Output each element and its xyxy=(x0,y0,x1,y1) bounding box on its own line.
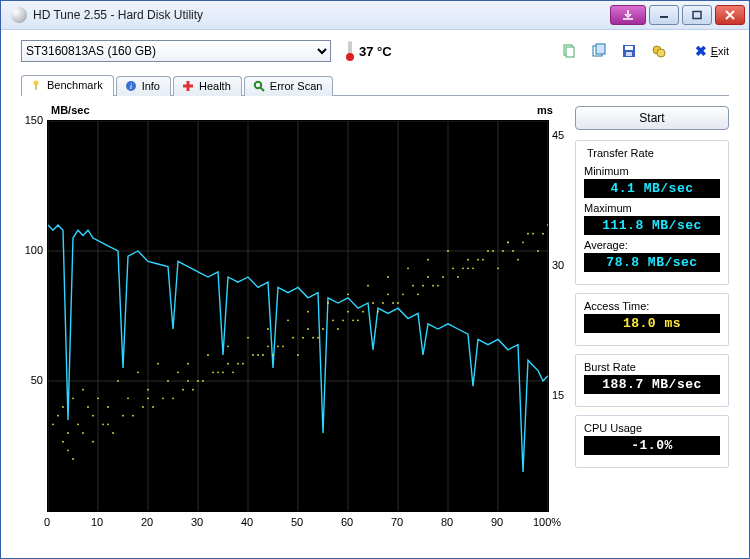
svg-point-96 xyxy=(242,363,244,365)
svg-point-38 xyxy=(82,389,84,391)
avg-label: Average: xyxy=(584,239,720,251)
svg-point-63 xyxy=(317,337,319,339)
svg-point-121 xyxy=(432,285,434,287)
exit-button[interactable]: ✖ Exit xyxy=(695,43,729,59)
exit-label: xit xyxy=(718,45,729,57)
svg-point-34 xyxy=(62,406,64,408)
tab-benchmark[interactable]: Benchmark xyxy=(21,75,114,96)
health-icon xyxy=(182,80,194,92)
svg-point-145 xyxy=(452,267,454,269)
svg-point-128 xyxy=(227,363,229,365)
copy-screenshot-button[interactable] xyxy=(587,40,611,62)
options-button[interactable] xyxy=(647,40,671,62)
tab-info[interactable]: i Info xyxy=(116,76,171,96)
svg-point-122 xyxy=(472,267,474,269)
svg-rect-15 xyxy=(183,85,193,88)
svg-point-129 xyxy=(267,345,269,347)
svg-point-65 xyxy=(337,328,339,330)
svg-point-126 xyxy=(147,397,149,399)
start-button[interactable]: Start xyxy=(575,106,729,130)
svg-point-83 xyxy=(517,259,519,261)
save-button[interactable] xyxy=(617,40,641,62)
svg-point-10 xyxy=(34,81,39,86)
svg-point-58 xyxy=(267,328,269,330)
svg-point-120 xyxy=(392,302,394,304)
svg-point-147 xyxy=(532,233,534,235)
svg-point-50 xyxy=(187,363,189,365)
min-value: 4.1 MB/sec xyxy=(584,179,720,198)
svg-point-132 xyxy=(387,293,389,295)
svg-point-89 xyxy=(102,423,104,425)
svg-point-146 xyxy=(492,250,494,252)
svg-point-86 xyxy=(547,224,548,226)
exit-icon: ✖ xyxy=(695,43,707,59)
transfer-rate-group: Transfer Rate Minimum 4.1 MB/sec Maximum… xyxy=(575,140,729,285)
svg-point-92 xyxy=(162,397,164,399)
svg-point-108 xyxy=(482,259,484,261)
svg-point-141 xyxy=(292,337,294,339)
svg-point-85 xyxy=(537,250,539,252)
benchmark-icon xyxy=(30,79,42,91)
maximize-button[interactable] xyxy=(682,5,712,25)
svg-point-110 xyxy=(522,241,524,243)
svg-point-138 xyxy=(172,397,174,399)
svg-point-32 xyxy=(52,423,54,425)
close-button[interactable] xyxy=(715,5,745,25)
temperature-value: 37 °C xyxy=(359,44,392,59)
svg-point-142 xyxy=(332,319,334,321)
thermometer-icon xyxy=(345,41,355,61)
svg-point-112 xyxy=(72,458,74,460)
svg-point-99 xyxy=(302,337,304,339)
svg-point-98 xyxy=(282,345,284,347)
group-title: Transfer Rate xyxy=(584,147,657,159)
svg-point-43 xyxy=(117,380,119,382)
svg-point-127 xyxy=(187,380,189,382)
copy-info-button[interactable] xyxy=(557,40,581,62)
svg-point-66 xyxy=(347,293,349,295)
tab-health[interactable]: Health xyxy=(173,76,242,96)
svg-point-73 xyxy=(417,293,419,295)
tab-label: Info xyxy=(142,80,160,92)
svg-rect-0 xyxy=(693,12,701,19)
temperature-display: 37 °C xyxy=(345,41,392,61)
svg-point-80 xyxy=(487,250,489,252)
app-icon xyxy=(11,7,27,23)
svg-point-97 xyxy=(262,354,264,356)
svg-point-136 xyxy=(92,441,94,443)
svg-point-44 xyxy=(127,397,129,399)
svg-rect-7 xyxy=(626,52,632,56)
download-button[interactable] xyxy=(610,5,646,25)
svg-point-93 xyxy=(182,389,184,391)
svg-point-101 xyxy=(342,319,344,321)
svg-point-55 xyxy=(237,363,239,365)
tab-label: Error Scan xyxy=(270,80,323,92)
svg-point-9 xyxy=(657,49,665,57)
svg-point-67 xyxy=(357,319,359,321)
svg-point-109 xyxy=(502,250,504,252)
svg-point-139 xyxy=(212,371,214,373)
y-left-label: MB/sec xyxy=(51,104,90,116)
toolbar: ST3160813AS (160 GB) 37 °C ✖ Exit xyxy=(1,30,749,70)
svg-point-36 xyxy=(72,397,74,399)
svg-point-53 xyxy=(217,371,219,373)
benchmark-chart: MB/sec ms 153045 0102030405060708090100%… xyxy=(21,106,561,512)
drive-select[interactable]: ST3160813AS (160 GB) xyxy=(21,40,331,62)
svg-point-75 xyxy=(437,285,439,287)
svg-point-119 xyxy=(352,319,354,321)
svg-point-69 xyxy=(377,311,379,313)
svg-point-144 xyxy=(412,285,414,287)
svg-point-123 xyxy=(512,250,514,252)
tab-label: Benchmark xyxy=(47,79,103,91)
svg-point-88 xyxy=(82,432,84,434)
svg-point-52 xyxy=(207,354,209,356)
svg-point-77 xyxy=(457,276,459,278)
max-label: Maximum xyxy=(584,202,720,214)
access-value: 18.0 ms xyxy=(584,314,720,333)
svg-point-143 xyxy=(372,302,374,304)
tab-errorscan[interactable]: Error Scan xyxy=(244,76,334,96)
cpu-usage-group: CPU Usage -1.0% xyxy=(575,415,729,468)
svg-point-70 xyxy=(387,276,389,278)
min-label: Minimum xyxy=(584,165,720,177)
svg-point-76 xyxy=(447,250,449,252)
minimize-button[interactable] xyxy=(649,5,679,25)
